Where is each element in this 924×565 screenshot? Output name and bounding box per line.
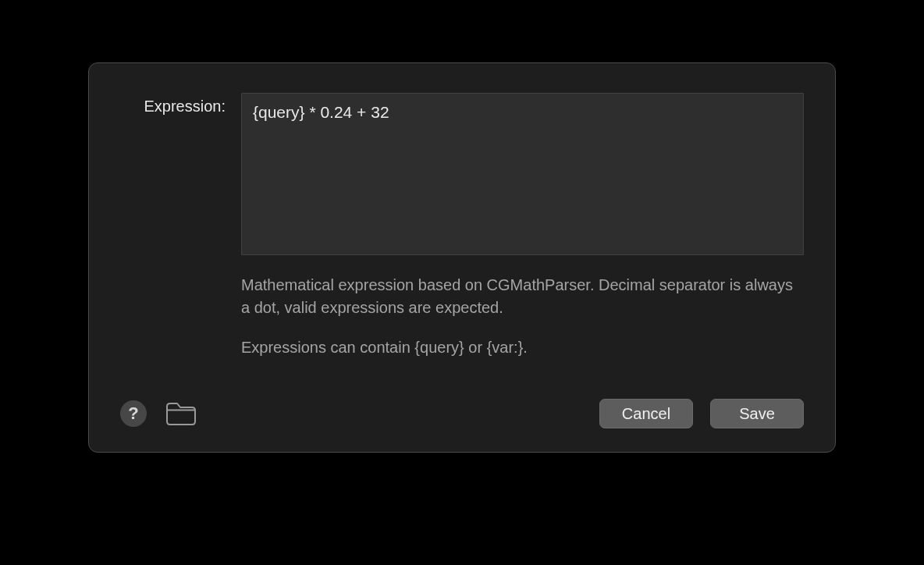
question-mark-icon: ? (128, 403, 138, 424)
cancel-button[interactable]: Cancel (599, 399, 693, 428)
expression-column: Mathematical expression based on CGMathP… (241, 93, 804, 359)
expression-help-text: Mathematical expression based on CGMathP… (241, 274, 804, 359)
help-text-line-1: Mathematical expression based on CGMathP… (241, 274, 804, 319)
footer-right: Cancel Save (599, 399, 804, 428)
expression-dialog: Expression: Mathematical expression base… (88, 62, 836, 453)
open-folder-button[interactable] (164, 400, 198, 428)
folder-icon (165, 400, 197, 427)
help-button[interactable]: ? (120, 400, 147, 427)
dialog-footer: ? Cancel Save (120, 399, 804, 428)
help-text-line-2: Expressions can contain {query} or {var:… (241, 336, 804, 359)
expression-label: Expression: (120, 93, 226, 115)
expression-row: Expression: Mathematical expression base… (120, 93, 804, 359)
footer-left: ? (120, 400, 198, 428)
expression-input[interactable] (241, 93, 804, 255)
save-button[interactable]: Save (710, 399, 804, 428)
